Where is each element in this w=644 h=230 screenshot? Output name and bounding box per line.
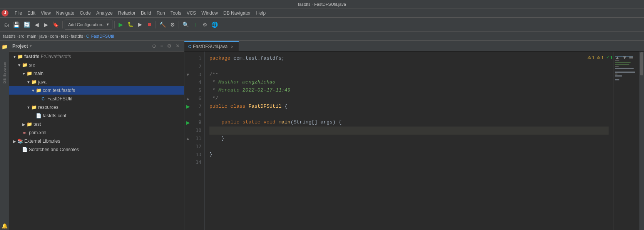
tree-arrow-com-test: ▼ xyxy=(31,88,35,93)
project-settings-button[interactable]: ⚙ xyxy=(166,43,173,49)
stop-button[interactable]: ⏹ xyxy=(145,20,154,29)
menu-tools[interactable]: Tools xyxy=(168,10,184,17)
activity-project[interactable]: 📁 xyxy=(0,42,9,51)
toolbar-project-icon[interactable]: 🗂 xyxy=(2,20,11,29)
add-config-label: Add Configuration... xyxy=(68,22,105,27)
project-dropdown-arrow[interactable]: ▾ xyxy=(30,44,32,48)
activity-db[interactable]: DB Browser xyxy=(2,60,8,85)
tree-arrow-fastdfsutil xyxy=(35,97,40,101)
menu-refactor[interactable]: Refactor xyxy=(116,10,138,17)
debug-button[interactable]: 🐛 xyxy=(126,20,135,29)
tree-label-src: src xyxy=(29,62,35,68)
minimap-toggle[interactable]: ||| xyxy=(629,56,633,59)
run-coverage-button[interactable]: ▶ xyxy=(136,20,144,29)
run-button[interactable]: ▶ xyxy=(117,20,125,29)
tree-label-FastDFSUtil: FastDFSUtil xyxy=(47,96,72,102)
toolbar-save-icon[interactable]: 💾 xyxy=(12,20,21,29)
translate-button[interactable]: 🌐 xyxy=(210,20,219,29)
search-everywhere-button[interactable]: 🔍 xyxy=(181,20,191,29)
breadcrumb-main[interactable]: main xyxy=(27,34,36,38)
project-header: Project ▾ ⊙ ≡ ⚙ ✕ xyxy=(9,41,184,52)
toolbar-run-recent-icon[interactable]: 🔖 xyxy=(51,20,60,29)
ln-13: 13 xyxy=(191,151,201,159)
file-icon-fastdfs-conf: 📄 xyxy=(35,113,42,118)
breadcrumb-src[interactable]: src xyxy=(18,34,24,38)
menu-build[interactable]: Build xyxy=(139,10,154,17)
code-line-14 xyxy=(209,158,609,167)
folder-icon-main: 📁 xyxy=(26,71,32,76)
tree-label-resources: resources xyxy=(38,105,59,110)
menu-code[interactable]: Code xyxy=(77,10,93,17)
breadcrumb-java[interactable]: java xyxy=(39,34,47,38)
menu-run[interactable]: Run xyxy=(154,10,167,17)
toolbar: 🗂 💾 🔄 ◀ ▶ 🔖 Add Configuration... ▾ ▶ 🐛 ▶… xyxy=(0,18,644,32)
locate-file-button[interactable]: ⊙ xyxy=(151,43,157,49)
breadcrumb-test[interactable]: test xyxy=(61,34,68,38)
menu-view[interactable]: View xyxy=(38,10,53,17)
vcs-button[interactable]: ↑ xyxy=(191,20,200,29)
tree-item-fastdfs-conf[interactable]: 📄 fastdfs.conf xyxy=(9,112,184,120)
breadcrumb-com[interactable]: com xyxy=(50,34,58,38)
tree-item-scratches[interactable]: 📄 Scratches and Consoles xyxy=(9,145,184,154)
toolbar-back-icon[interactable]: ◀ xyxy=(32,20,41,29)
tree-item-FastDFSUtil[interactable]: C FastDFSUtil xyxy=(9,95,184,103)
run-icon-9[interactable]: ▶ xyxy=(186,120,190,125)
fold-icon-11[interactable]: ▲ xyxy=(186,136,190,141)
tree-item-pom-xml[interactable]: m pom.xml xyxy=(9,128,184,137)
code-content[interactable]: package com.test.fastdfs; /** * @author … xyxy=(205,52,613,230)
collapse-all-button[interactable]: ≡ xyxy=(159,43,164,49)
tree-item-resources[interactable]: ▼ 📁 resources xyxy=(9,103,184,112)
activity-notifications[interactable]: 🔔 xyxy=(0,222,9,230)
breadcrumb-classname[interactable]: C FastDFSUtil xyxy=(86,34,114,38)
gutter-1 xyxy=(184,55,191,63)
tree-item-test[interactable]: ▶ 📁 test xyxy=(9,120,184,128)
tab-close-button[interactable]: ✕ xyxy=(229,44,235,49)
menu-analyze[interactable]: Analyze xyxy=(94,10,115,17)
breadcrumb-fastdfs2[interactable]: fastdfs xyxy=(71,34,83,38)
folder-icon-resources: 📁 xyxy=(31,105,37,110)
tree-item-fastdfs-root[interactable]: ▼ 📁 fastdfs E:\Java\fastdfs xyxy=(9,52,184,61)
tree-item-external-libs[interactable]: ▶ 📚 External Libraries xyxy=(9,137,184,145)
tree-arrow-fastdfs: ▼ xyxy=(12,55,17,59)
menu-edit[interactable]: Edit xyxy=(25,10,38,17)
tree-item-java[interactable]: ▼ 📁 java xyxy=(9,78,184,86)
tree-label-pom: pom.xml xyxy=(29,130,46,135)
menu-navigate[interactable]: Navigate xyxy=(54,10,77,17)
tree-item-main[interactable]: ▼ 📁 main xyxy=(9,69,184,78)
project-tree: ▼ 📁 fastdfs E:\Java\fastdfs ▼ 📁 src ▼ 📁 … xyxy=(9,52,184,230)
menu-help[interactable]: Help xyxy=(254,10,268,17)
ln-11: 11 xyxy=(191,135,201,143)
breadcrumb-fastdfs[interactable]: fastdfs xyxy=(3,34,15,38)
tree-label-java: java xyxy=(38,79,47,85)
tree-item-com-test-fastdfs[interactable]: ▼ 📁 com.test.fastdfs xyxy=(9,86,184,95)
fold-icon-3[interactable]: ▼ xyxy=(186,72,190,77)
toolbar-sync-icon[interactable]: 🔄 xyxy=(22,20,32,29)
close-project-panel-button[interactable]: ✕ xyxy=(174,43,181,49)
settings-button[interactable]: ⚙ xyxy=(201,20,209,29)
scroll-thumb[interactable] xyxy=(639,52,644,230)
folder-icon-com-test: 📁 xyxy=(35,88,42,93)
menu-window[interactable]: Window xyxy=(199,10,220,17)
tree-item-src[interactable]: ▼ 📁 src xyxy=(9,61,184,69)
build-button[interactable]: 🔨 xyxy=(158,20,167,29)
sdk-button[interactable]: ⚙ xyxy=(168,20,177,29)
nav-up-button[interactable]: ▲ xyxy=(615,55,620,60)
tab-FastDFSUtil[interactable]: C FastDFSUtil.java ✕ xyxy=(184,41,239,51)
gutter-11: ▲ xyxy=(184,135,191,143)
breadcrumb: fastdfs › src › main › java › com › test… xyxy=(0,32,644,41)
title-text: fastdfs - FastDFSUtil.java xyxy=(298,2,346,7)
run-icon-7[interactable]: ▶ xyxy=(186,104,190,109)
gutter-13 xyxy=(184,151,191,159)
menu-vcs[interactable]: VCS xyxy=(184,10,199,17)
gutter-9: ▶ xyxy=(184,118,191,127)
toolbar-sep-4 xyxy=(179,21,179,28)
nav-down-button[interactable]: ▼ xyxy=(622,55,627,60)
menu-file[interactable]: File xyxy=(12,10,24,17)
fold-icon-6[interactable]: ▲ xyxy=(186,96,190,101)
code-line-4: * @author mengzhichao xyxy=(209,78,609,87)
tree-arrow-scratches xyxy=(17,148,22,152)
toolbar-forward-icon[interactable]: ▶ xyxy=(42,20,50,29)
menu-db-navigator[interactable]: DB Navigator xyxy=(221,10,253,17)
add-configuration-button[interactable]: Add Configuration... ▾ xyxy=(65,20,112,30)
pom-icon: m xyxy=(22,130,28,135)
